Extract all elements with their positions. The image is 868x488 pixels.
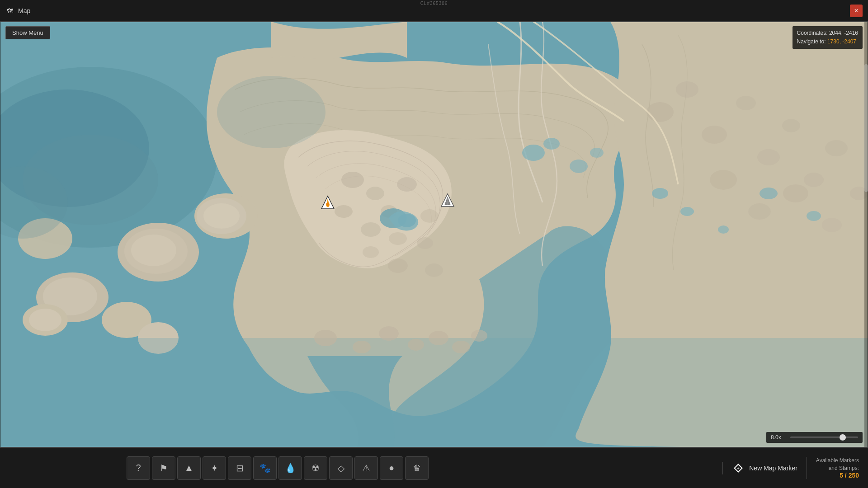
- map-svg: [0, 22, 868, 447]
- svg-point-59: [379, 326, 399, 341]
- svg-point-33: [757, 149, 780, 165]
- window-title: Map: [18, 7, 30, 14]
- navigate-to-label: Navigate to: 1730, -2407: [797, 38, 858, 46]
- bottom-toolbar: ?⚑▲✦⊟🐾💧☢◇⚠●♛ + New Map Marker Available …: [0, 447, 868, 488]
- svg-point-57: [314, 330, 337, 346]
- svg-point-32: [736, 96, 756, 110]
- svg-point-13: [425, 263, 443, 277]
- svg-point-30: [676, 81, 698, 98]
- zoom-slider[interactable]: [790, 436, 858, 438]
- svg-point-39: [783, 184, 808, 202]
- svg-point-46: [570, 160, 588, 173]
- map-scrollbar-thumb[interactable]: [864, 64, 868, 192]
- svg-point-18: [203, 203, 240, 229]
- water-icon[interactable]: 💧: [278, 456, 302, 480]
- svg-point-34: [782, 119, 800, 132]
- svg-point-4: [341, 172, 364, 188]
- gem-icon[interactable]: ◇: [329, 456, 353, 480]
- svg-point-21: [131, 235, 176, 266]
- navigate-coords-value: 1730, -2407: [827, 38, 856, 45]
- svg-point-35: [804, 173, 824, 187]
- svg-point-9: [361, 222, 381, 237]
- svg-point-61: [429, 331, 448, 345]
- svg-point-14: [388, 258, 408, 273]
- svg-point-60: [408, 339, 424, 351]
- new-marker-icon: +: [732, 462, 745, 474]
- svg-point-63: [471, 330, 487, 342]
- title-bar: CL#365306 🗺 Map ×: [0, 0, 868, 22]
- svg-point-29: [646, 102, 674, 122]
- svg-point-10: [335, 205, 353, 218]
- navigate-title: Navigate to:: [797, 38, 827, 45]
- new-marker-section[interactable]: + New Map Marker: [722, 462, 807, 474]
- svg-point-12: [417, 237, 433, 249]
- svg-rect-56: [0, 338, 868, 447]
- available-markers-section: Available Markers and Stamps: 5 / 250: [807, 457, 868, 479]
- svg-point-62: [452, 341, 470, 353]
- map-icons-row: ?⚑▲✦⊟🐾💧☢◇⚠●♛: [0, 456, 718, 480]
- svg-point-8: [420, 209, 439, 223]
- svg-point-47: [590, 148, 604, 158]
- question-icon[interactable]: ?: [127, 456, 150, 480]
- new-marker-label: New Map Marker: [749, 465, 797, 472]
- available-markers-title-line2: and Stamps:: [816, 465, 859, 472]
- map-marker-2[interactable]: [440, 193, 455, 209]
- gear-icon[interactable]: ✦: [203, 456, 226, 480]
- camp-icon[interactable]: ▲: [177, 456, 201, 480]
- svg-point-5: [366, 187, 384, 200]
- svg-point-48: [652, 188, 668, 199]
- show-menu-button[interactable]: Show Menu: [5, 26, 50, 39]
- map-scrollbar[interactable]: [864, 22, 868, 447]
- map-marker-1[interactable]: [321, 195, 335, 211]
- map-container[interactable]: [0, 22, 868, 447]
- svg-point-40: [822, 218, 842, 232]
- map-canvas[interactable]: [0, 22, 868, 447]
- zoom-control: 8.0x: [766, 432, 863, 443]
- zoom-level-label: 8.0x: [771, 434, 787, 441]
- coordinates-value: 2044, -2416: [829, 30, 858, 36]
- crown-icon[interactable]: ♛: [405, 456, 429, 480]
- svg-point-69: [326, 202, 329, 206]
- window-id: CL#365306: [420, 1, 448, 6]
- svg-text:+: +: [737, 466, 740, 471]
- svg-point-36: [825, 140, 848, 156]
- coordinates-title: Coordinates:: [797, 30, 829, 36]
- svg-point-50: [718, 225, 729, 234]
- svg-point-11: [389, 232, 407, 245]
- svg-point-58: [353, 341, 371, 353]
- flag-icon[interactable]: ⚑: [152, 456, 175, 480]
- svg-point-31: [702, 126, 727, 144]
- svg-point-51: [760, 188, 778, 199]
- svg-point-37: [710, 170, 737, 190]
- close-button[interactable]: ×: [850, 5, 863, 17]
- chest-icon[interactable]: ⊟: [228, 456, 251, 480]
- coordinates-label: Coordinates: 2044, -2416: [797, 29, 858, 38]
- available-markers-count: 5 / 250: [816, 472, 859, 479]
- map-window-icon: 🗺: [5, 6, 14, 15]
- svg-point-49: [680, 207, 694, 216]
- svg-point-38: [748, 203, 771, 220]
- radiation-icon[interactable]: ☢: [304, 456, 327, 480]
- svg-point-52: [807, 211, 821, 221]
- available-markers-title-line1: Available Markers: [816, 457, 859, 465]
- coordinates-overlay: Coordinates: 2044, -2416 Navigate to: 17…: [793, 26, 863, 49]
- svg-point-28: [29, 309, 61, 331]
- svg-point-15: [363, 246, 379, 258]
- apple-icon[interactable]: ●: [380, 456, 403, 480]
- paw-icon[interactable]: 🐾: [253, 456, 277, 480]
- svg-point-44: [522, 145, 545, 161]
- warning-icon[interactable]: ⚠: [354, 456, 378, 480]
- svg-point-55: [217, 76, 326, 148]
- svg-point-45: [543, 138, 560, 150]
- svg-point-6: [397, 177, 417, 192]
